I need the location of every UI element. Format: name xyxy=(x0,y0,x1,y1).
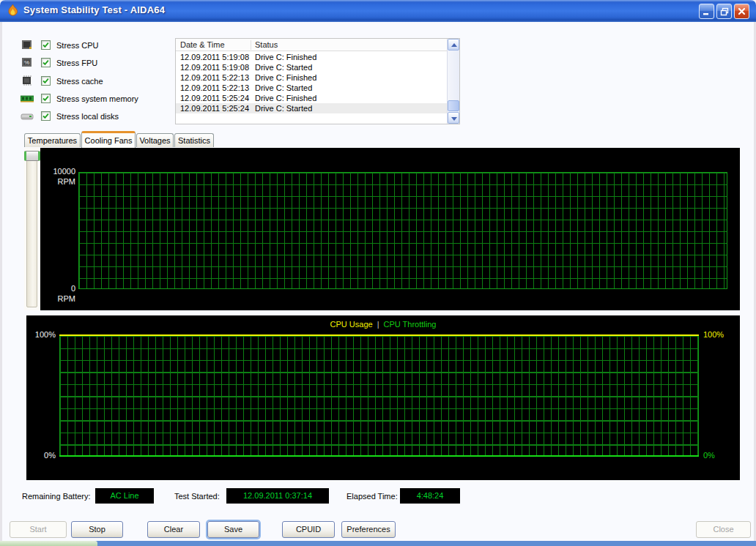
tab-temperatures[interactable]: Temperatures xyxy=(24,133,81,147)
tab-label: Voltages xyxy=(139,136,170,145)
window-title: System Stability Test - AIDA64 xyxy=(23,4,165,15)
log-row[interactable]: 12.09.2011 5:22:13 Drive C: Started xyxy=(176,83,447,93)
cpu-left-bottom-label: 0% xyxy=(26,451,56,460)
log-cell-datetime: 12.09.2011 5:19:08 xyxy=(180,53,249,61)
tab-label: Statistics xyxy=(178,136,210,145)
log-cell-status: Drive C: Finished xyxy=(255,73,316,82)
start-button: Start xyxy=(10,521,67,538)
app-window: System Stability Test - AIDA64 Stress xyxy=(0,0,756,546)
cpu-chart: CPU Usage|CPU Throttling 100% 0% 100% 0% xyxy=(26,315,740,480)
test-started-value: 12.09.2011 0:37:14 xyxy=(226,488,329,504)
save-button[interactable]: Save xyxy=(207,521,259,538)
scroll-up-button[interactable] xyxy=(448,39,459,51)
log-cell-datetime: 12.09.2011 5:25:24 xyxy=(180,94,249,102)
test-started-label: Test Started: xyxy=(174,492,220,501)
legend-separator: | xyxy=(373,320,384,329)
slider-track[interactable] xyxy=(26,151,37,307)
window-body: Stress CPU % Stress FPU Stress cache xyxy=(0,22,756,541)
log-scrollbar[interactable] xyxy=(447,39,459,124)
log-row[interactable]: 12.09.2011 5:25:24 Drive C: Finished xyxy=(176,93,447,103)
log-cell-status: Drive C: Finished xyxy=(255,94,316,102)
stress-cpu-label[interactable]: Stress CPU xyxy=(55,41,98,50)
log-cell-status: Drive C: Finished xyxy=(255,53,316,61)
cpuid-button[interactable]: CPUID xyxy=(282,521,335,538)
stress-fpu-checkbox[interactable] xyxy=(41,58,51,67)
stress-cpu-checkbox[interactable] xyxy=(41,40,51,50)
log-cell-datetime: 12.09.2011 5:22:13 xyxy=(180,83,249,92)
aida64-flame-icon xyxy=(6,4,20,18)
battery-label: Remaining Battery: xyxy=(22,492,91,501)
stress-disks-checkbox[interactable] xyxy=(41,111,51,121)
tab-voltages[interactable]: Voltages xyxy=(136,133,174,147)
fan-chart: 10000 RPM 0 RPM xyxy=(40,148,740,310)
clear-button[interactable]: Clear xyxy=(147,521,200,538)
titlebar: System Stability Test - AIDA64 xyxy=(0,0,756,22)
cpu-right-bottom-label: 0% xyxy=(703,451,715,460)
close-window-button[interactable] xyxy=(734,4,749,19)
log-header: Date & Time Status xyxy=(176,39,447,51)
cpu-chart-grid xyxy=(59,335,699,456)
svg-text:%: % xyxy=(24,59,29,66)
stop-button[interactable]: Stop xyxy=(71,521,123,538)
stress-cache-label[interactable]: Stress cache xyxy=(55,77,103,86)
elapsed-time-label: Elapsed Time: xyxy=(346,492,398,501)
fan-ymax-label: 10000 xyxy=(40,167,75,176)
legend-cpu-throttling: CPU Throttling xyxy=(384,320,437,329)
cpu-chart-legend: CPU Usage|CPU Throttling xyxy=(26,320,740,329)
stress-memory-checkbox[interactable] xyxy=(41,94,51,103)
stress-option-cpu[interactable]: Stress CPU xyxy=(21,39,98,51)
log-row-selected[interactable]: 12.09.2011 5:25:24 Drive C: Started xyxy=(176,103,447,113)
tab-statistics[interactable]: Statistics xyxy=(174,133,214,147)
stress-option-cache[interactable]: Stress cache xyxy=(21,75,103,87)
fpu-icon: % xyxy=(21,57,34,68)
log-cell-status: Drive C: Started xyxy=(255,63,312,72)
minimize-button[interactable] xyxy=(699,4,714,19)
fan-yunit-label: RPM xyxy=(40,294,75,303)
preferences-button[interactable]: Preferences xyxy=(341,521,396,538)
cpu-icon xyxy=(21,40,34,51)
legend-cpu-usage: CPU Usage xyxy=(330,320,373,329)
column-divider xyxy=(251,40,251,50)
log-row[interactable]: 12.09.2011 5:19:08 Drive C: Finished xyxy=(176,52,447,62)
chart-scale-slider[interactable] xyxy=(24,148,40,310)
battery-value: AC Line xyxy=(95,488,154,504)
scrollbar-thumb[interactable] xyxy=(448,100,459,111)
log-cell-status: Drive C: Started xyxy=(255,83,312,92)
log-cell-datetime: 12.09.2011 5:19:08 xyxy=(180,63,249,72)
log-cell-status: Drive C: Started xyxy=(255,104,312,113)
memory-icon xyxy=(21,93,34,104)
disk-icon xyxy=(21,111,34,121)
fan-chart-grid xyxy=(78,172,727,289)
stress-fpu-label[interactable]: Stress FPU xyxy=(55,59,97,67)
cpu-usage-line xyxy=(59,334,699,336)
cache-icon xyxy=(21,75,34,86)
tab-label: Temperatures xyxy=(28,136,77,145)
slider-thumb[interactable] xyxy=(24,151,40,161)
stress-option-memory[interactable]: Stress system memory xyxy=(21,92,138,105)
restore-button[interactable] xyxy=(716,4,732,19)
elapsed-time-value: 4:48:24 xyxy=(400,488,460,504)
fan-ymin-label: 0 xyxy=(40,284,75,293)
stress-disks-label[interactable]: Stress local disks xyxy=(55,112,119,121)
log-cell-datetime: 12.09.2011 5:25:24 xyxy=(180,104,249,113)
log-row[interactable]: 12.09.2011 5:19:08 Drive C: Started xyxy=(176,62,447,72)
cpu-throttling-line xyxy=(59,455,699,457)
stress-option-fpu[interactable]: % Stress FPU xyxy=(21,56,97,69)
log-cell-datetime: 12.09.2011 5:22:13 xyxy=(180,73,249,82)
stress-option-disks[interactable]: Stress local disks xyxy=(21,110,119,122)
tab-cooling-fans[interactable]: Cooling Fans xyxy=(81,131,136,148)
log-column-status[interactable]: Status xyxy=(255,40,278,49)
tab-label: Cooling Fans xyxy=(85,136,133,145)
fan-yunit-label: RPM xyxy=(40,177,75,186)
stress-cache-checkbox[interactable] xyxy=(41,76,51,86)
close-button: Close xyxy=(696,521,751,538)
log-column-datetime[interactable]: Date & Time xyxy=(180,40,225,49)
taskbar-start-segment xyxy=(0,541,97,546)
stress-memory-label[interactable]: Stress system memory xyxy=(55,94,138,103)
cpu-left-top-label: 100% xyxy=(26,330,56,339)
log-row[interactable]: 12.09.2011 5:22:13 Drive C: Finished xyxy=(176,72,447,83)
scroll-down-button[interactable] xyxy=(448,112,459,124)
taskbar-strip xyxy=(0,541,756,546)
status-log-list: Date & Time Status 12.09.2011 5:19:08 Dr… xyxy=(175,38,460,124)
cpu-right-top-label: 100% xyxy=(703,330,724,339)
